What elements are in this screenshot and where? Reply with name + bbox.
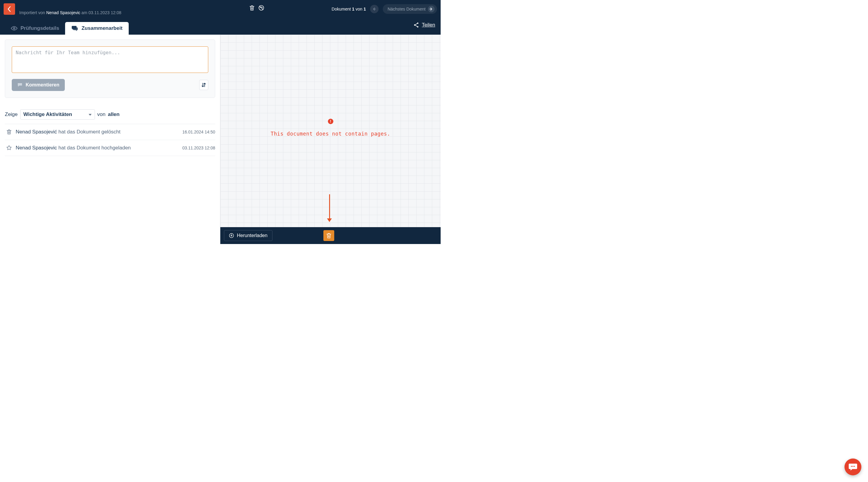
next-doc-button[interactable]: Nächstes Dokument bbox=[383, 4, 437, 14]
activity-text: Nenad Spasojević hat das Dokument gelösc… bbox=[16, 129, 182, 135]
star-outline-icon bbox=[5, 145, 13, 151]
activity-row: Nenad Spasojevic hat das Dokument hochge… bbox=[5, 140, 215, 156]
import-subtitle: Importiert von Nenad Spasojevic am 03.11… bbox=[19, 10, 242, 15]
tab-details[interactable]: Prüfungsdetails bbox=[5, 22, 65, 35]
trash-icon[interactable] bbox=[249, 5, 255, 11]
chevron-left-icon bbox=[7, 6, 11, 12]
download-icon bbox=[229, 233, 234, 238]
topbar: Importiert von Nenad Spasojevic am 03.11… bbox=[0, 0, 441, 18]
sort-button[interactable] bbox=[199, 80, 208, 90]
main: Kommentieren Zeige Wichtige Aktivitäten … bbox=[0, 35, 441, 244]
restore-trash-icon bbox=[326, 232, 332, 238]
doc-count: Dokument 1 von 1 bbox=[332, 7, 366, 11]
prev-doc-button[interactable] bbox=[370, 5, 378, 13]
doc-nav: Dokument 1 von 1 Nächstes Dokument bbox=[332, 0, 437, 18]
unpublish-icon[interactable] bbox=[258, 5, 264, 11]
download-button[interactable]: Herunterladen bbox=[224, 230, 273, 241]
document-viewer: ! This document does not contain pages. bbox=[220, 35, 441, 227]
trash-icon bbox=[5, 129, 13, 135]
activity-time: 03.11.2023 12:08 bbox=[182, 146, 215, 150]
share-link[interactable]: Teilen bbox=[413, 22, 435, 28]
error-icon: ! bbox=[328, 119, 333, 124]
svg-point-4 bbox=[417, 26, 418, 27]
sort-icon bbox=[201, 82, 206, 88]
document-error: ! This document does not contain pages. bbox=[220, 118, 441, 137]
document-pane: ! This document does not contain pages. … bbox=[220, 35, 441, 244]
arrow-left-icon bbox=[372, 7, 376, 11]
eye-icon bbox=[11, 26, 18, 31]
error-text: This document does not contain pages. bbox=[220, 131, 441, 137]
tabbar: Prüfungsdetails Zusammenarbeit Teilen bbox=[0, 18, 441, 35]
filter-who[interactable]: allen bbox=[108, 111, 120, 118]
comment-input[interactable] bbox=[12, 46, 208, 73]
comment-submit-button[interactable]: Kommentieren bbox=[12, 79, 65, 91]
svg-point-3 bbox=[414, 24, 415, 26]
comment-icon bbox=[17, 83, 23, 87]
activity-row: Nenad Spasojević hat das Dokument gelösc… bbox=[5, 124, 215, 140]
filter-show-label: Zeige bbox=[5, 111, 18, 118]
activity-time: 16.01.2024 14:50 bbox=[182, 130, 215, 134]
activity-type-dropdown[interactable]: Wichtige Aktivitäten bbox=[20, 109, 95, 120]
svg-point-2 bbox=[417, 23, 418, 24]
collaboration-pane: Kommentieren Zeige Wichtige Aktivitäten … bbox=[0, 35, 220, 244]
restore-button[interactable] bbox=[323, 230, 334, 241]
svg-point-1 bbox=[13, 28, 15, 29]
activity-list: Nenad Spasojević hat das Dokument gelösc… bbox=[5, 124, 215, 156]
filter-from-label: von bbox=[97, 111, 105, 118]
document-toolbar: Herunterladen bbox=[220, 227, 441, 244]
comments-icon bbox=[71, 25, 79, 31]
activity-filter: Zeige Wichtige Aktivitäten von allen bbox=[5, 109, 215, 124]
activity-text: Nenad Spasojevic hat das Dokument hochge… bbox=[16, 145, 182, 151]
title-block: Importiert von Nenad Spasojevic am 03.11… bbox=[19, 3, 242, 15]
tab-collaboration[interactable]: Zusammenarbeit bbox=[65, 22, 128, 35]
annotation-arrow bbox=[327, 194, 332, 222]
arrow-right-icon bbox=[428, 6, 435, 12]
author-link[interactable]: Nenad Spasojevic bbox=[46, 10, 80, 15]
back-button[interactable] bbox=[4, 3, 15, 15]
share-icon bbox=[413, 22, 419, 28]
document-title-input[interactable] bbox=[19, 3, 242, 10]
doc-actions bbox=[249, 5, 264, 11]
comment-box: Kommentieren bbox=[5, 39, 215, 98]
